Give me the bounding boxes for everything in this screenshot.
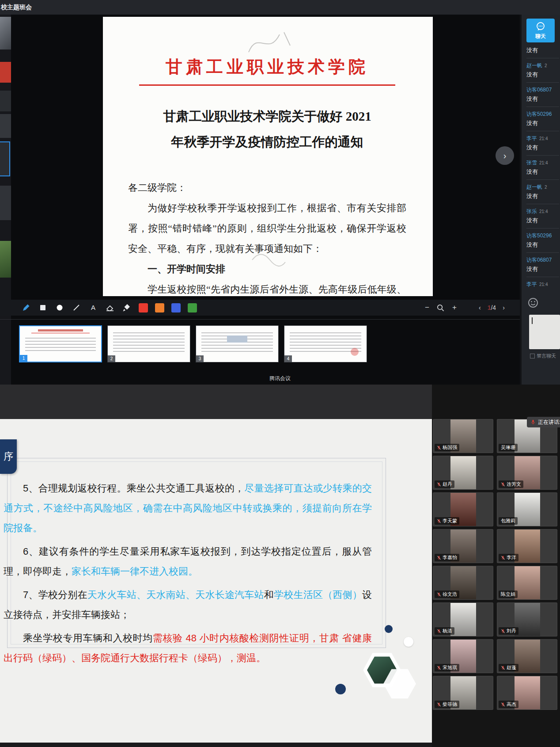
page-thumbnail-3[interactable]: 3 (196, 325, 279, 362)
participant-tile[interactable]: 杨国强 (433, 419, 493, 453)
participant-tile[interactable]: 刘丹 (497, 602, 557, 636)
chat-text: 没有 (526, 144, 559, 152)
muted-mic-icon (501, 482, 505, 487)
left-video-thumbnail[interactable] (0, 241, 11, 278)
participant-tile[interactable]: 宋旭琪 (433, 639, 493, 673)
chat-time: 21:4 (539, 160, 548, 165)
divider (526, 252, 559, 253)
participant-tile[interactable]: 李嘉怡 (433, 529, 493, 563)
participant-tile[interactable]: 赵丹 (433, 456, 493, 490)
eraser-tool-icon[interactable] (105, 303, 115, 313)
muted-mic-icon (530, 419, 536, 425)
divider (526, 82, 559, 83)
line-tool-icon[interactable] (72, 303, 81, 313)
chat-sender: 李平 (526, 135, 537, 142)
participant-tile[interactable]: 高杰 (497, 676, 557, 710)
zoom-out-button[interactable]: − (425, 303, 429, 312)
participant-name: 陈立娟 (501, 591, 515, 598)
ellipse-tool-icon[interactable] (55, 303, 64, 313)
chat-message: 访客50296没有 (526, 232, 559, 253)
participant-name: 赵丹 (443, 481, 452, 488)
thumbnail-number-badge: 1 (20, 355, 27, 362)
decoration-dot (335, 684, 346, 694)
mute-chat-option[interactable]: 禁言聊天 (530, 353, 556, 359)
color-swatch[interactable] (155, 303, 164, 313)
chat-text: 没有 (526, 241, 559, 249)
participant-name: 吴琳珊 (501, 444, 515, 451)
shared-document-page: 甘肃工业职业技术学院 甘肃工业职业技术学院关于做好 2021 年秋季开学及疫情防… (103, 17, 433, 296)
color-swatch[interactable] (171, 303, 181, 313)
participant-tile[interactable]: 杨清 (433, 602, 493, 636)
screen: 校主题班会 甘肃工业职业技术学院 甘肃工业职业技术学院关于做好 2021 年秋季… (0, 0, 560, 747)
thumbnail-number-badge: 3 (196, 355, 204, 362)
chat-tab-button[interactable]: 聊天 (526, 19, 555, 42)
divider (526, 131, 559, 131)
chat-sender: 访客50296 (526, 232, 552, 240)
chat-sender: 访客06807 (526, 86, 552, 94)
left-video-thumbnail[interactable] (0, 91, 11, 111)
prev-page-chevron[interactable]: ‹ (479, 304, 481, 311)
thumb-mini-image (227, 335, 247, 343)
left-video-thumbnail[interactable] (0, 17, 11, 50)
active-speaker-label: 正在讲话: (538, 419, 560, 426)
page-thumbnail-1[interactable]: 1 (19, 325, 102, 362)
left-video-thumbnail[interactable] (0, 186, 11, 220)
participant-tile[interactable]: 陈立娟 (497, 566, 557, 600)
page-thumbnail-2[interactable]: 2 (107, 325, 190, 362)
participant-name: 杨清 (443, 628, 452, 634)
text-tool-icon[interactable]: A (88, 303, 98, 313)
participant-tile[interactable]: 柴菲德 (433, 676, 493, 710)
participant-tile[interactable]: 赵蓬 (497, 639, 557, 673)
chat-text: 没有 (526, 217, 559, 225)
muted-mic-icon (437, 482, 441, 487)
brush-tool-icon[interactable] (122, 303, 132, 313)
participant-tile[interactable]: 连芳文 (497, 456, 557, 490)
slide-paragraph: 乘坐学校专用车辆和入校时均需核验 48 小时内核酸检测阴性证明，甘肃 省健康出行… (4, 628, 372, 668)
muted-mic-icon (501, 556, 505, 560)
thumbnail-number-badge: 4 (284, 355, 292, 362)
divider (526, 204, 559, 204)
participant-tile[interactable]: 李洋 (497, 529, 557, 563)
chat-message: 李平21:4好的好的 (526, 281, 559, 288)
participant-name-badge: 赵丹 (435, 480, 454, 488)
participant-video (515, 493, 540, 526)
zoom-controls: − + (425, 300, 457, 316)
color-swatch[interactable] (188, 303, 197, 313)
participant-tile[interactable]: 徐文浩 (433, 566, 493, 600)
chat-sender: 访客50296 (526, 111, 552, 118)
color-swatch[interactable] (139, 303, 148, 313)
participant-tile[interactable]: 包雅莉 (497, 492, 557, 526)
left-video-thumbnail[interactable] (0, 114, 11, 138)
chat-message: 访客06807没有 (526, 86, 559, 107)
participant-tile[interactable]: 李天蒙 (433, 492, 493, 526)
document-letterhead: 甘肃工业职业技术学院 (128, 56, 406, 78)
divider (526, 58, 559, 58)
slide-area: 序 5、合理规划返校行程。乘坐公共交通工具返校的，尽量选择可直达或少转乘的交通方… (0, 419, 432, 743)
slide-text-segment: 家长和车辆一律不进入校园。 (72, 566, 198, 577)
emoji-button[interactable] (527, 297, 539, 309)
page-thumbnail-4[interactable]: 4 (284, 325, 367, 362)
pen-tool-icon[interactable] (21, 303, 31, 313)
stop-share-button-sliver[interactable] (0, 62, 11, 83)
mute-chat-checkbox[interactable] (530, 354, 535, 358)
muted-mic-icon (437, 592, 441, 597)
next-page-chevron[interactable]: › (503, 304, 505, 311)
chat-input[interactable] (529, 315, 560, 349)
rectangle-tool-icon[interactable] (38, 303, 48, 313)
left-video-thumbnail-selected[interactable] (0, 141, 10, 176)
letterhead-rule (139, 84, 395, 86)
participant-name-badge: 连芳文 (499, 480, 523, 488)
chat-message: 没有 (526, 46, 559, 58)
slide-section-tab: 序 (0, 439, 17, 474)
chat-time: 2 (545, 63, 547, 68)
next-page-button[interactable]: › (496, 146, 514, 165)
thumb-mini-lines (290, 330, 361, 353)
participant-name-badge: 高杰 (499, 701, 518, 708)
thumb-mini-seal (351, 348, 359, 356)
magnifier-icon[interactable] (436, 303, 446, 313)
chat-time: 2 (545, 185, 547, 190)
chat-message: 李平21:4没有 (526, 135, 559, 156)
zoom-in-button[interactable]: + (452, 303, 457, 312)
divider (526, 107, 559, 107)
page-navigation: ‹ 1/4 › (479, 300, 505, 316)
